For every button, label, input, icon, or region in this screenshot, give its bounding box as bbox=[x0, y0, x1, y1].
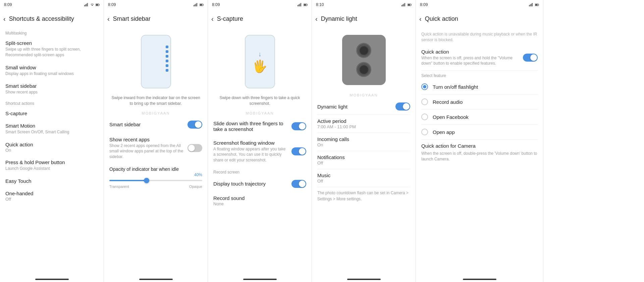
svg-rect-30 bbox=[531, 4, 532, 6]
floating-window-toggle-row[interactable]: Screenshot floating window A floating wi… bbox=[208, 136, 312, 167]
time-2: 8:09 bbox=[108, 2, 116, 7]
quick-action-item[interactable]: Quick action On bbox=[0, 138, 104, 156]
one-handed-value: Off bbox=[5, 197, 98, 202]
radio-open-app[interactable]: Open app bbox=[416, 125, 543, 139]
status-icons-4 bbox=[401, 3, 412, 6]
svg-rect-1 bbox=[85, 4, 86, 6]
smart-sidebar-item[interactable]: Smart sidebar Show recent apps bbox=[0, 80, 104, 98]
incoming-calls-item[interactable]: Incoming calls On bbox=[312, 133, 416, 151]
status-bar-2: 8:09 bbox=[104, 0, 208, 9]
small-window-subtitle: Display apps in floating small windows bbox=[5, 71, 98, 77]
slider-track[interactable] bbox=[109, 180, 202, 181]
quick-action-toggle-row[interactable]: Quick action When the screen is off, pre… bbox=[416, 45, 543, 71]
dot-5 bbox=[166, 64, 168, 67]
header-scapture: ‹ S-capture bbox=[208, 9, 312, 28]
multitasking-label: Multitasking bbox=[0, 28, 104, 37]
notifications-item[interactable]: Notifications Off bbox=[312, 151, 416, 169]
bottom-bar-2 bbox=[139, 279, 173, 280]
power-button-item[interactable]: Press & hold Power button Launch Google … bbox=[0, 156, 104, 175]
time-3: 8:09 bbox=[212, 2, 220, 7]
recent-apps-subtitle: Show 2 recent apps opened from the All s… bbox=[109, 143, 184, 160]
small-window-item[interactable]: Small window Display apps in floating sm… bbox=[0, 61, 104, 80]
slider-label: Opacity of indicator bar when idle bbox=[109, 166, 202, 172]
touch-trajectory-toggle[interactable] bbox=[291, 180, 306, 188]
quick-action-panel: 8:09 ‹ Quick action Quick action is unav… bbox=[416, 0, 543, 282]
recent-apps-toggle[interactable] bbox=[187, 144, 202, 152]
arrow-down-icon: ↓ bbox=[258, 50, 262, 58]
slider-percent: 40% bbox=[109, 172, 202, 177]
battery-icon-4 bbox=[408, 3, 412, 6]
camera-illustration-area bbox=[312, 28, 416, 92]
svg-rect-19 bbox=[307, 4, 308, 5]
dynamic-light-info: The photo countdown flash can be set in … bbox=[312, 187, 416, 205]
camera-lens-2 bbox=[356, 62, 371, 77]
svg-rect-7 bbox=[194, 5, 194, 6]
status-bar-5: 8:09 bbox=[416, 0, 543, 9]
split-screen-subtitle: Swipe up with three fingers to split scr… bbox=[5, 47, 98, 58]
radio-facebook[interactable]: Open Facebook bbox=[416, 110, 543, 124]
status-icons-5 bbox=[529, 3, 539, 6]
music-item[interactable]: Music Off bbox=[312, 169, 416, 187]
watermark-4: MOBIGYAAN bbox=[312, 92, 416, 98]
status-bar-4: 8:10 bbox=[312, 0, 416, 9]
dynamic-light-toggle-row[interactable]: Dynamic light bbox=[312, 98, 416, 115]
back-arrow-5[interactable]: ‹ bbox=[419, 15, 422, 23]
back-arrow-4[interactable]: ‹ bbox=[315, 15, 318, 23]
svg-rect-22 bbox=[402, 4, 403, 6]
smart-sidebar-toggle[interactable] bbox=[187, 121, 202, 129]
smart-sidebar-desc: Swipe inward from the indicator bar on t… bbox=[104, 95, 208, 110]
smart-motion-title: Smart Motion bbox=[5, 123, 98, 129]
wifi-icon bbox=[90, 3, 94, 6]
status-bar-3: 8:09 bbox=[208, 0, 312, 9]
quick-action-value: On bbox=[5, 148, 98, 153]
camera-illustration bbox=[342, 35, 386, 85]
signal-icon-4 bbox=[401, 3, 406, 6]
header-dynamic-light: ‹ Dynamic light bbox=[312, 9, 416, 28]
dynamic-light-toggle[interactable] bbox=[395, 102, 410, 111]
slide-screenshot-toggle-row[interactable]: Slide down with three fingers to take a … bbox=[208, 117, 312, 136]
notifications-title: Notifications bbox=[317, 154, 410, 160]
svg-rect-16 bbox=[300, 4, 300, 6]
status-icons-3 bbox=[298, 3, 308, 6]
bottom-bar-5 bbox=[463, 279, 496, 280]
radio-audio[interactable]: Record audio bbox=[416, 94, 543, 109]
camera-section-title: Quick action for Camera bbox=[421, 143, 538, 150]
slide-screenshot-toggle[interactable] bbox=[291, 122, 306, 130]
scapture-phone: ↓ 🖐 bbox=[245, 35, 275, 88]
slider-knob[interactable] bbox=[144, 178, 149, 183]
radio-flashlight[interactable]: Turn on/off flashlight bbox=[416, 79, 543, 94]
one-handed-item[interactable]: One-handed Off bbox=[0, 187, 104, 205]
recent-apps-toggle-row[interactable]: Show recent apps Show 2 recent apps open… bbox=[104, 133, 208, 164]
back-arrow-1[interactable]: ‹ bbox=[3, 15, 6, 23]
time-4: 8:10 bbox=[316, 2, 324, 7]
quick-action-toggle-label: Quick action When the screen is off, pre… bbox=[421, 49, 523, 67]
easy-touch-item[interactable]: Easy Touch bbox=[0, 175, 104, 187]
radio-facebook-label: Open Facebook bbox=[433, 114, 469, 120]
watermark-3: MOBIGYAAN bbox=[208, 110, 312, 117]
page-title-scapture: S-capture bbox=[217, 15, 243, 22]
time-5: 8:09 bbox=[420, 2, 428, 7]
smart-motion-item[interactable]: Smart Motion Smart Screen On/Off, Smart … bbox=[0, 120, 104, 138]
camera-section-subtitle: When the screen is off, double-press the… bbox=[421, 151, 538, 162]
back-arrow-2[interactable]: ‹ bbox=[107, 15, 110, 23]
split-screen-item[interactable]: Split-screen Swipe up with three fingers… bbox=[0, 37, 104, 61]
back-arrow-3[interactable]: ‹ bbox=[211, 15, 214, 23]
scapture-item[interactable]: S-capture bbox=[0, 107, 104, 120]
smart-sidebar-toggle-row[interactable]: Smart sidebar bbox=[104, 117, 208, 133]
dynamic-light-label: Dynamic light bbox=[317, 104, 395, 110]
scapture-panel: 8:09 ‹ S-capture ↓ 🖐 Swipe down with thr… bbox=[208, 0, 312, 282]
record-sound-item[interactable]: Record sound None bbox=[208, 192, 312, 210]
signal-icon-2 bbox=[194, 3, 198, 6]
svg-rect-13 bbox=[200, 4, 202, 5]
svg-rect-12 bbox=[203, 4, 204, 5]
active-period-item[interactable]: Active period 7:00 AM - 11:00 PM bbox=[312, 115, 416, 133]
touch-trajectory-toggle-row[interactable]: Display touch trajectory bbox=[208, 176, 312, 192]
quick-action-toggle[interactable] bbox=[523, 54, 538, 62]
svg-rect-21 bbox=[401, 5, 402, 6]
recent-apps-title: Show recent apps bbox=[109, 137, 184, 142]
quick-action-note: Quick action is unavailable during music… bbox=[416, 28, 543, 45]
radio-open-app-circle bbox=[421, 129, 428, 135]
floating-window-toggle[interactable] bbox=[291, 147, 306, 155]
slider-max: Opaque bbox=[189, 185, 202, 189]
sidebar-dots bbox=[166, 46, 168, 72]
